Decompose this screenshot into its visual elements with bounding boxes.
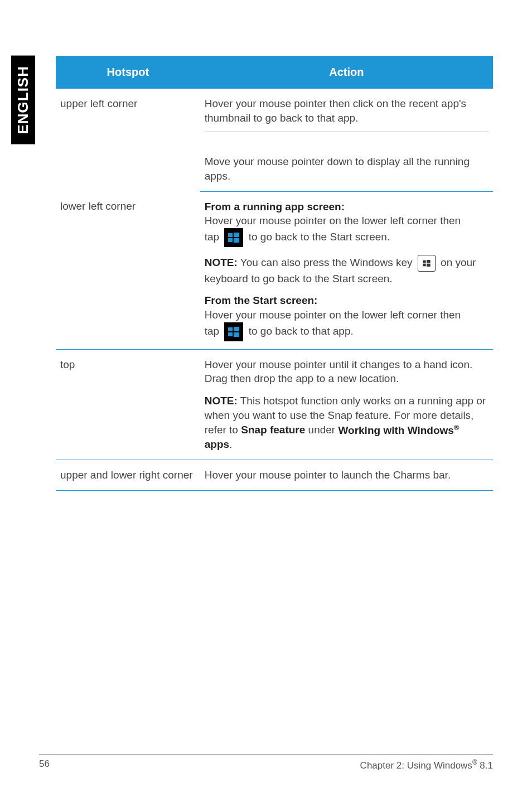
text: You can also press the Windows key xyxy=(238,257,415,268)
table-row: upper and lower right corner Hover your … xyxy=(56,460,493,490)
running-heading: From a running app screen: xyxy=(205,200,489,214)
chapter-label: Chapter 2: Using Windows® 8.1 xyxy=(360,758,493,771)
cell-top-action: Hover your mouse pointer until it change… xyxy=(200,349,493,460)
text: to go back to the Start screen. xyxy=(249,231,390,243)
cell-right-action: Hover your mouse pointer to launch the C… xyxy=(200,460,493,490)
windows-tile-icon xyxy=(224,228,243,247)
document-page: ENGLISH Hotspot Action upper left corner… xyxy=(0,0,532,802)
start-line1: Hover your mouse pointer on the lower le… xyxy=(205,308,489,322)
svg-rect-2 xyxy=(228,238,233,242)
text: tap xyxy=(205,325,223,337)
hotspot-table: Hotspot Action upper left corner Hover y… xyxy=(56,56,493,491)
registered-symbol: ® xyxy=(472,758,477,766)
cell-right-label: upper and lower right corner xyxy=(56,460,200,490)
windows-key-icon xyxy=(418,255,436,272)
text: Snap feature xyxy=(241,424,305,436)
cell-lower-left-label: lower left corner xyxy=(56,191,200,349)
top-p1: Hover your mouse pointer until it change… xyxy=(205,357,489,386)
running-line2: tap to go back to the Start screen. xyxy=(205,228,489,247)
text: to go back to that app. xyxy=(249,325,354,337)
cell-upper-left-p2: Move your mouse pointer down to display … xyxy=(200,147,493,191)
language-side-tab: ENGLISH xyxy=(11,56,35,144)
svg-rect-1 xyxy=(234,233,239,237)
note-prefix: NOTE: xyxy=(205,395,238,407)
cell-lower-left-action: From a running app screen: Hover your mo… xyxy=(200,191,493,349)
running-line1: Hover your mouse pointer on the lower le… xyxy=(205,214,489,228)
svg-rect-8 xyxy=(228,327,233,331)
svg-rect-4 xyxy=(423,260,425,263)
svg-rect-6 xyxy=(423,264,425,267)
svg-rect-10 xyxy=(228,332,233,336)
cell-top-label: top xyxy=(56,349,200,460)
svg-rect-11 xyxy=(234,332,239,337)
table-row: top Hover your mouse pointer until it ch… xyxy=(56,349,493,460)
text: . xyxy=(229,438,232,450)
top-note: NOTE: This hotspot function only works o… xyxy=(205,394,489,452)
cell-upper-left-p1: Hover your mouse pointer then click on t… xyxy=(200,89,493,147)
text: tap xyxy=(205,231,223,243)
note-block: NOTE: You can also press the Windows key… xyxy=(205,255,489,286)
svg-rect-3 xyxy=(234,238,239,243)
table-header-hotspot: Hotspot xyxy=(56,56,200,89)
svg-rect-5 xyxy=(427,260,431,263)
start-line2: tap to go back to that app. xyxy=(205,322,489,341)
table-row: lower left corner From a running app scr… xyxy=(56,191,493,349)
start-heading: From the Start screen: xyxy=(205,293,489,308)
registered-symbol: ® xyxy=(454,423,460,431)
page-footer: 56 Chapter 2: Using Windows® 8.1 xyxy=(39,754,493,771)
text: Hover your mouse pointer then click on t… xyxy=(205,98,466,124)
table-row: upper left corner Hover your mouse point… xyxy=(56,89,493,147)
note-prefix: NOTE: xyxy=(205,257,238,268)
svg-rect-0 xyxy=(228,233,233,237)
cell-upper-left-label: upper left corner xyxy=(56,89,200,191)
page-number: 56 xyxy=(39,758,50,771)
table-header-action: Action xyxy=(200,56,493,89)
windows-tile-icon xyxy=(224,322,243,341)
svg-rect-7 xyxy=(427,264,431,267)
text: under xyxy=(305,424,338,436)
svg-rect-9 xyxy=(234,327,239,331)
